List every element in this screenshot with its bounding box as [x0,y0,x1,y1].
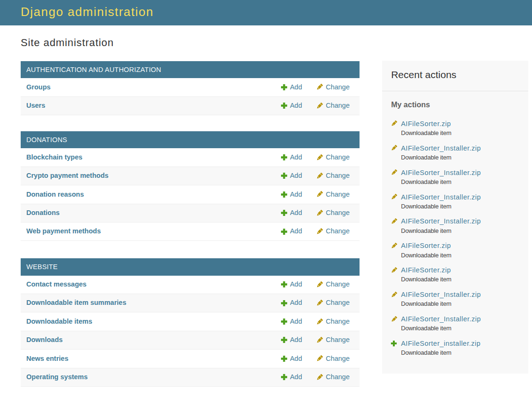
change-label: Change [326,299,350,307]
change-icon [316,228,323,235]
recent-action-item: AIFileSorter_installer.zipDownloadable i… [382,339,529,357]
change-link[interactable]: Change [316,227,350,235]
model-row: Downloadable item summariesAddChange [21,294,360,312]
change-label: Change [326,172,350,180]
add-link[interactable]: Add [281,172,302,180]
change-label: Change [326,83,350,91]
recent-action-link[interactable]: AIFileSorter.zip [401,119,451,128]
add-link[interactable]: Add [281,227,302,235]
app-module-caption[interactable]: WEBSITE [21,258,360,275]
recent-action-link[interactable]: AIFileSorter.zip [401,266,451,275]
change-link[interactable]: Change [316,172,350,180]
change-icon [391,193,398,200]
add-icon [281,355,288,362]
recent-action-link[interactable]: AIFileSorter_installer.zip [401,339,480,348]
add-link[interactable]: Add [281,355,302,363]
add-link[interactable]: Add [281,102,302,110]
model-link[interactable]: Crypto payment methods [26,172,109,180]
change-icon [316,209,323,217]
model-link[interactable]: Users [26,102,45,110]
recent-action-link[interactable]: AIFileSorter_Installer.zip [401,217,481,226]
change-link[interactable]: Change [316,153,350,161]
add-link[interactable]: Add [281,191,302,199]
app-module-website: WEBSITEContact messagesAddChangeDownload… [21,258,360,387]
change-link[interactable]: Change [316,191,350,199]
add-icon [391,340,397,347]
change-link[interactable]: Change [316,102,350,110]
model-row: Crypto payment methodsAddChange [21,167,360,185]
recent-actions-list: AIFileSorter.zipDownloadable itemAIFileS… [382,119,529,358]
change-icon [316,281,323,288]
model-link[interactable]: Downloads [26,336,63,344]
add-link[interactable]: Add [281,153,302,161]
model-row: UsersAddChange [21,97,360,115]
add-label: Add [290,227,302,235]
app-module-caption[interactable]: AUTHENTICATION AND AUTHORIZATION [21,61,360,78]
model-link[interactable]: Groups [26,83,51,91]
recent-action-link[interactable]: AIFileSorter_Installer.zip [401,144,481,153]
model-link[interactable]: Contact messages [26,280,86,288]
change-icon [316,154,323,161]
model-row: DonationsAddChange [21,204,360,223]
model-link[interactable]: Downloadable item summaries [26,299,126,307]
recent-action-link[interactable]: AIFileSorter_Installer.zip [401,193,481,202]
my-actions-heading: My actions [382,100,529,109]
model-link[interactable]: Operating systems [26,373,88,381]
recent-action-link[interactable]: AIFileSorter_Installer.zip [401,315,481,324]
change-icon [316,355,323,362]
add-link[interactable]: Add [281,373,302,381]
recent-action-item: AIFileSorter.zipDownloadable item [382,266,529,284]
add-label: Add [290,191,302,199]
recent-action-link[interactable]: AIFileSorter_Installer.zip [401,290,481,299]
model-link[interactable]: Web payment methods [26,227,101,235]
change-icon [316,336,323,344]
change-link[interactable]: Change [316,299,350,307]
change-link[interactable]: Change [316,209,350,217]
add-link[interactable]: Add [281,83,302,91]
change-label: Change [326,209,350,217]
add-link[interactable]: Add [281,209,302,217]
change-icon [316,191,323,198]
recent-action-item: AIFileSorter_Installer.zipDownloadable i… [382,290,529,308]
change-link[interactable]: Change [316,336,350,344]
model-link[interactable]: Donations [26,209,60,217]
add-icon [281,318,288,325]
add-link[interactable]: Add [281,280,302,288]
add-link[interactable]: Add [281,299,302,307]
add-label: Add [290,280,302,288]
model-link[interactable]: Blockchain types [26,153,82,161]
add-link[interactable]: Add [281,336,302,344]
change-label: Change [326,355,350,363]
model-row: Downloadable itemsAddChange [21,312,360,331]
add-label: Add [290,83,302,91]
recent-action-item: AIFileSorter.zipDownloadable item [382,119,529,137]
change-link[interactable]: Change [316,373,350,381]
add-label: Add [290,153,302,161]
model-link[interactable]: Donation reasons [26,191,84,199]
recent-action-type: Downloadable item [401,275,523,284]
add-label: Add [290,102,302,110]
add-icon [281,172,288,179]
app-module-caption[interactable]: DONATIONS [21,131,360,148]
recent-action-link[interactable]: AIFileSorter.zip [401,241,451,250]
recent-action-type: Downloadable item [401,300,523,308]
recent-action-link[interactable]: AIFileSorter_Installer.zip [401,168,481,177]
add-label: Add [290,299,302,307]
branding-title[interactable]: Django administration [21,5,154,19]
change-label: Change [326,318,350,326]
model-link[interactable]: Downloadable items [26,318,92,326]
add-icon [281,300,288,307]
model-row: Contact messagesAddChange [21,276,360,294]
recent-actions-module: Recent actions My actions AIFileSorter.z… [382,61,529,374]
model-row: Web payment methodsAddChange [21,223,360,241]
change-link[interactable]: Change [316,83,350,91]
page-title: Site administration [21,25,532,50]
model-link[interactable]: News entries [26,355,68,363]
change-link[interactable]: Change [316,318,350,326]
change-link[interactable]: Change [316,280,350,288]
add-link[interactable]: Add [281,318,302,326]
change-link[interactable]: Change [316,355,350,363]
recent-action-item: AIFileSorter_Installer.zipDownloadable i… [382,217,529,235]
model-row: Operating systemsAddChange [21,368,360,387]
change-label: Change [326,336,350,344]
